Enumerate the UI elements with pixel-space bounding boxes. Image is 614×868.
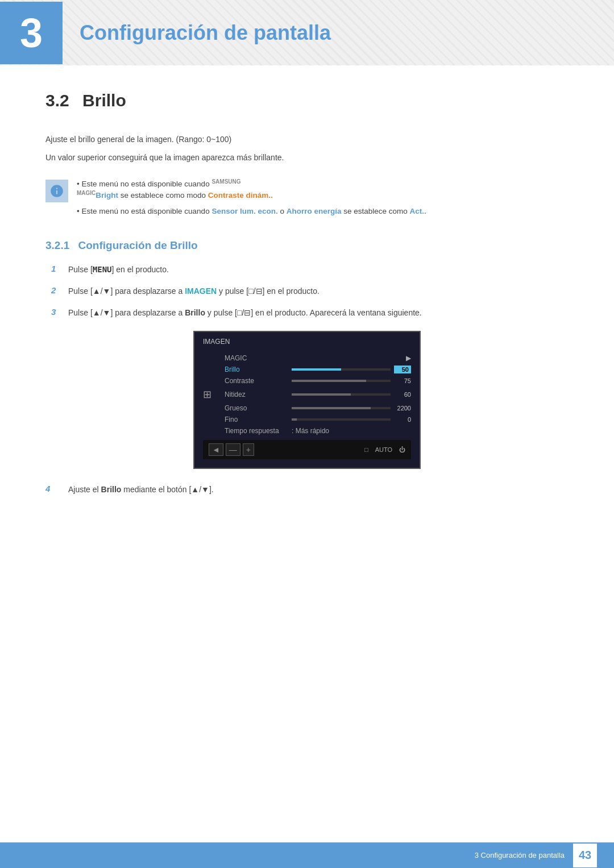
monitor-bar-grueso: 2200 <box>292 405 411 412</box>
note-item-1: Este menú no está disponible cuando SAMS… <box>77 178 569 202</box>
note-content: Este menú no está disponible cuando SAMS… <box>77 178 569 222</box>
monitor-row-brillo: Brillo 50 <box>203 364 411 375</box>
step2-imagen: IMAGEN <box>185 286 217 296</box>
section-number: 3.2 <box>45 91 69 110</box>
note1-post: se establece como modo <box>118 191 208 200</box>
monitor-fill-contraste <box>292 380 366 382</box>
monitor-track-nitidez <box>292 393 391 396</box>
monitor-bottom-left: ◄ — + <box>209 443 254 456</box>
monitor-value-fino: 0 <box>394 416 411 423</box>
chapter-title: Configuración de pantalla <box>80 21 331 45</box>
monitor-value-brillo: 50 <box>394 366 411 373</box>
monitor-label-brillo: Brillo <box>225 366 287 373</box>
step3-brillo: Brillo <box>185 308 205 317</box>
monitor-track-fino <box>292 418 391 421</box>
page-number: 43 <box>573 844 597 867</box>
step-item-2: 2 Pulse [▲/▼] para desplazarse a IMAGEN … <box>51 285 569 297</box>
monitor-bar-magic: ▶ <box>292 354 411 362</box>
monitor-fill-nitidez <box>292 393 351 396</box>
step-number-3: 3 <box>51 306 63 317</box>
monitor-btn-power: ⏻ <box>399 446 405 453</box>
description-line1: Ajuste el brillo general de la imagen. (… <box>45 133 569 146</box>
footer-text: 3 Configuración de pantalla <box>475 851 565 859</box>
monitor-image: IMAGEN MAGIC ▶ Brillo 50 <box>193 331 421 469</box>
monitor-row-grueso: Grueso 2200 <box>203 402 411 414</box>
note2-pre: Este menú no está disponible cuando <box>81 207 211 215</box>
description-line2: Un valor superior conseguirá que la imag… <box>45 151 569 164</box>
monitor-label-fino: Fino <box>225 416 287 423</box>
step-text-4: Ajuste el Brillo mediante el botón [▲/▼]… <box>68 483 569 496</box>
monitor-arrow-magic: ▶ <box>406 354 411 362</box>
steps-list: 1 Pulse [MENU] en el producto. 2 Pulse [… <box>51 263 569 319</box>
section-heading: 3.2 Brillo <box>45 91 569 116</box>
note2-sensor: Sensor lum. econ. <box>211 207 277 215</box>
monitor-track-contraste <box>292 380 391 382</box>
note2-post: se establece como <box>341 207 409 215</box>
note-icon <box>45 180 68 202</box>
monitor-track-brillo <box>292 368 391 371</box>
step-text-2: Pulse [▲/▼] para desplazarse a IMAGEN y … <box>68 285 569 297</box>
note-box: Este menú no está disponible cuando SAMS… <box>45 178 569 222</box>
monitor-row-fino: Fino 0 <box>203 414 411 425</box>
note1-pre: Este menú no está disponible cuando <box>81 180 211 188</box>
monitor-label-nitidez: Nitidez <box>225 391 287 398</box>
monitor-bottom-right: □ AUTO ⏻ <box>364 446 405 453</box>
monitor-fill-brillo <box>292 368 341 371</box>
step4-brillo: Brillo <box>101 485 122 494</box>
step-text-1: Pulse [MENU] en el producto. <box>68 263 569 276</box>
monitor-btn-auto: AUTO <box>375 446 392 453</box>
monitor-bar-contraste: 75 <box>292 377 411 384</box>
chapter-number-box: 3 <box>0 2 63 64</box>
monitor-label-tiempo: Tiempo respuesta <box>225 427 287 435</box>
monitor-btn-screen: □ <box>364 446 368 453</box>
step-item-3: 3 Pulse [▲/▼] para desplazarse a Brillo … <box>51 306 569 319</box>
monitor-value-contraste: 75 <box>394 377 411 384</box>
step-item-1: 1 Pulse [MENU] en el producto. <box>51 263 569 276</box>
monitor-track-grueso <box>292 407 391 409</box>
monitor-row-tiempo: Tiempo respuesta : Más rápido <box>203 425 411 437</box>
subsection-heading: 3.2.1 Configuración de Brillo <box>45 239 569 252</box>
section-title: Brillo <box>82 91 126 110</box>
monitor-btn-plus: + <box>243 443 254 456</box>
subsection-number: 3.2.1 <box>45 239 69 251</box>
monitor-screen: IMAGEN MAGIC ▶ Brillo 50 <box>193 331 421 469</box>
monitor-label-magic: MAGIC <box>225 354 287 362</box>
monitor-fill-grueso <box>292 407 371 409</box>
step-number-1: 1 <box>51 263 63 273</box>
note2-mid: o <box>278 207 287 215</box>
subsection-title: Configuración de Brillo <box>78 239 198 251</box>
monitor-row-nitidez: ⊞ Nitidez 60 <box>203 387 411 402</box>
monitor-icon-nitidez: ⊞ <box>203 388 220 401</box>
step1-bold: MENU <box>93 265 112 274</box>
note2-act: Act.. <box>410 207 426 215</box>
note1-highlight: Contraste dinám.. <box>208 191 273 200</box>
monitor-bar-nitidez: 60 <box>292 391 411 398</box>
monitor-value-grueso: 2200 <box>394 405 411 412</box>
monitor-bar-tiempo: : Más rápido <box>292 427 411 435</box>
step-text-3: Pulse [▲/▼] para desplazarse a Brillo y … <box>68 306 569 319</box>
monitor-label-grueso: Grueso <box>225 404 287 412</box>
step-number-2: 2 <box>51 285 63 295</box>
monitor-row-magic: MAGIC ▶ <box>203 352 411 364</box>
monitor-bar-fino: 0 <box>292 416 411 423</box>
monitor-value-tiempo: : Más rápido <box>292 427 329 435</box>
monitor-row-contraste: Contraste 75 <box>203 375 411 387</box>
step-number-4: 4 <box>45 483 57 493</box>
monitor-btn-minus: — <box>226 443 240 456</box>
monitor-value-nitidez: 60 <box>394 391 411 398</box>
chapter-number: 3 <box>20 10 43 56</box>
note-item-2: Este menú no está disponible cuando Sens… <box>77 206 569 217</box>
monitor-fill-fino <box>292 418 297 421</box>
monitor-menu-title: IMAGEN <box>203 338 411 348</box>
note2-ahorro: Ahorro energía <box>287 207 342 215</box>
page-footer: 3 Configuración de pantalla 43 <box>0 842 614 868</box>
monitor-btn-left: ◄ <box>209 443 223 456</box>
note1-bright: Bright <box>96 191 118 200</box>
step-item-4: 4 Ajuste el Brillo mediante el botón [▲/… <box>45 483 569 496</box>
monitor-label-contraste: Contraste <box>225 377 287 385</box>
monitor-bar-brillo: 50 <box>292 366 411 373</box>
monitor-bottom-bar: ◄ — + □ AUTO ⏻ <box>203 440 411 459</box>
